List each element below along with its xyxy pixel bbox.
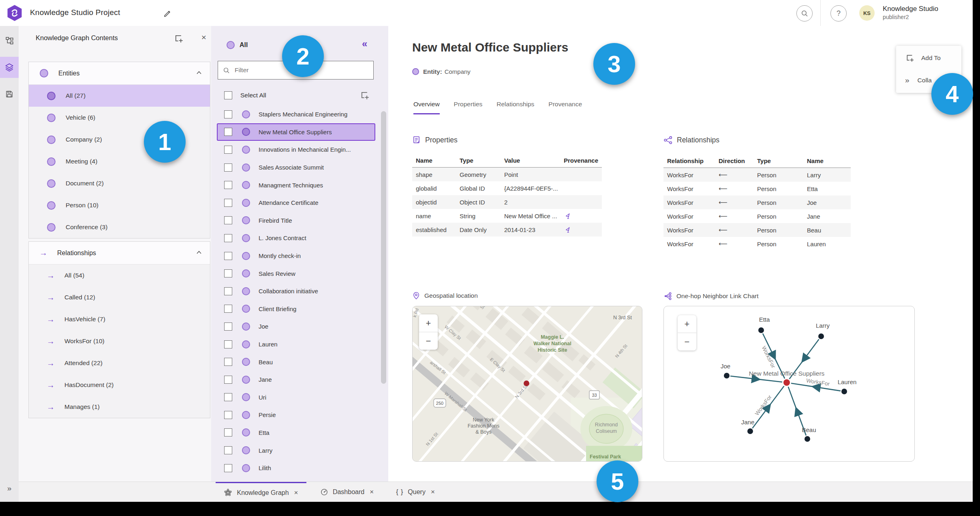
relationships-section-header[interactable]: → Relationships (29, 242, 210, 264)
item-checkbox[interactable] (224, 110, 232, 118)
list-item[interactable]: Jane (217, 371, 375, 389)
list-item[interactable]: Joe (217, 318, 375, 335)
list-item[interactable]: Etta (217, 424, 375, 442)
list-item[interactable]: Uri (217, 389, 375, 406)
item-checkbox[interactable] (224, 340, 232, 348)
collapse-panel-icon[interactable]: « (362, 38, 367, 49)
related-entity-link[interactable]: Jane (803, 213, 851, 220)
item-checkbox[interactable] (224, 411, 232, 419)
relationship-link[interactable]: WorksFor (663, 241, 715, 247)
list-item[interactable]: Firebird Title (217, 212, 375, 230)
list-item[interactable]: Beau (217, 353, 375, 371)
link-chart-node[interactable] (805, 436, 810, 442)
list-item[interactable]: Lilith (217, 459, 375, 477)
chevron-up-icon[interactable] (196, 71, 202, 75)
detail-tab[interactable]: Overview (413, 101, 440, 114)
list-item[interactable]: Managment Techniques (217, 176, 375, 194)
item-checkbox[interactable] (224, 428, 232, 436)
entity-type-item[interactable]: Person (10) (29, 194, 210, 216)
related-entity-link[interactable]: Etta (803, 185, 851, 192)
close-tab-icon[interactable]: × (370, 488, 374, 496)
item-checkbox[interactable] (224, 234, 232, 242)
item-checkbox[interactable] (224, 146, 232, 154)
entity-type-item[interactable]: All (27) (29, 85, 210, 107)
item-checkbox[interactable] (224, 322, 232, 331)
list-item[interactable]: Larry (217, 441, 375, 459)
list-item[interactable]: Innovations in Mechanical Engin... (217, 141, 375, 159)
help-button[interactable]: ? (830, 5, 847, 22)
list-item[interactable]: New Metal Office Suppliers (217, 123, 375, 141)
scrollbar-thumb[interactable] (381, 111, 386, 384)
list-item[interactable]: Lauren (217, 335, 375, 353)
item-checkbox[interactable] (224, 199, 232, 207)
avatar[interactable]: KS (859, 5, 875, 21)
related-entity-link[interactable]: Lauren (803, 241, 851, 247)
list-item[interactable]: Persie (217, 406, 375, 424)
link-chart-node[interactable] (747, 428, 753, 434)
relationship-link[interactable]: WorksFor (663, 172, 715, 178)
add-to-icon[interactable] (359, 90, 370, 101)
related-entity-link[interactable]: Beau (803, 227, 851, 234)
item-checkbox[interactable] (224, 376, 232, 384)
item-checkbox[interactable] (224, 464, 232, 472)
list-item[interactable]: Staplers Mechanical Engineering (217, 105, 375, 123)
list-item[interactable]: Client Briefing (217, 300, 375, 318)
list-item[interactable]: Montly check-in (217, 247, 375, 265)
add-to-icon[interactable] (173, 33, 184, 44)
layers-rail-button[interactable] (0, 57, 19, 78)
item-checkbox[interactable] (224, 128, 232, 136)
item-checkbox[interactable] (224, 269, 232, 277)
tab-dashboard[interactable]: Dashboard × (312, 482, 382, 502)
entity-type-item[interactable]: Conference (3) (29, 216, 210, 238)
list-item[interactable]: Sales Review (217, 264, 375, 282)
detail-tab[interactable]: Relationships (496, 101, 534, 114)
close-tab-icon[interactable]: × (294, 489, 298, 497)
one-hop-link-chart[interactable]: WorksForWorksForWorksForEttaLarryJoeLaur… (663, 306, 915, 462)
related-entity-link[interactable]: Larry (803, 172, 851, 178)
zoom-out-button[interactable]: − (678, 333, 696, 350)
item-checkbox[interactable] (224, 252, 232, 260)
relationship-link[interactable]: WorksFor (663, 227, 715, 234)
list-item[interactable]: Attendance Certificate (217, 194, 375, 212)
detail-tab[interactable]: Properties (454, 101, 483, 114)
link-chart-node[interactable] (818, 333, 824, 339)
entity-type-item[interactable]: Meeting (4) (29, 150, 210, 172)
item-checkbox[interactable] (224, 216, 232, 224)
link-chart-center-node[interactable] (783, 379, 790, 386)
list-item[interactable]: Collaboration initiative (217, 282, 375, 300)
tab-query[interactable]: { } Query × (389, 482, 442, 502)
add-to-menu-item[interactable]: Add To (905, 53, 941, 63)
zoom-out-button[interactable]: − (419, 332, 438, 350)
relationship-type-item[interactable]: → HasVehicle (7) (29, 308, 210, 330)
relationship-link[interactable]: WorksFor (663, 185, 715, 192)
item-checkbox[interactable] (224, 358, 232, 366)
zoom-in-button[interactable]: + (678, 315, 696, 333)
detail-tab[interactable]: Provenance (548, 101, 582, 114)
collapse-menu-item[interactable]: » Colla (905, 76, 932, 85)
entities-section-header[interactable]: Entities (29, 62, 210, 85)
entity-type-item[interactable]: Document (2) (29, 172, 210, 194)
link-chart-node[interactable] (841, 389, 847, 394)
tab-knowledge-graph[interactable]: Knowledge Graph × (216, 482, 306, 502)
relationship-type-item[interactable]: → HasDocument (2) (29, 374, 210, 396)
link-chart-node[interactable] (758, 327, 764, 333)
relationship-link[interactable]: WorksFor (663, 199, 715, 206)
entity-type-item[interactable]: Vehicle (6) (29, 107, 210, 129)
zoom-in-button[interactable]: + (419, 314, 438, 332)
relationship-type-item[interactable]: → WorksFor (10) (29, 330, 210, 352)
list-item[interactable]: Sales Associate Summit (217, 159, 375, 176)
item-checkbox[interactable] (224, 287, 232, 295)
relationship-type-item[interactable]: → Called (12) (29, 286, 210, 308)
item-checkbox[interactable] (224, 446, 232, 454)
close-tab-icon[interactable]: × (431, 488, 435, 496)
provenance-flag-icon[interactable] (560, 212, 602, 220)
item-checkbox[interactable] (224, 305, 232, 313)
expand-rail-button[interactable]: » (0, 480, 19, 497)
item-checkbox[interactable] (224, 163, 232, 172)
item-checkbox[interactable] (224, 393, 232, 401)
related-entity-link[interactable]: Joe (803, 199, 851, 206)
list-item[interactable]: L. Jones Contract (217, 229, 375, 247)
user-block[interactable]: Knowledge Studio publisher2 (883, 5, 938, 21)
select-all-checkbox[interactable] (224, 91, 232, 99)
link-chart-node[interactable] (724, 373, 730, 378)
